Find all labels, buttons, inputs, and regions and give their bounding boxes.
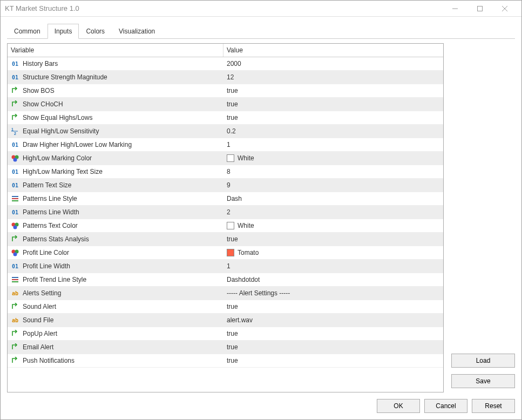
load-button[interactable]: Load [451, 354, 515, 368]
variable-cell: Profit Line Color [8, 246, 223, 259]
value-cell[interactable]: true [223, 301, 443, 313]
variable-label: Email Alert [23, 343, 53, 351]
table-row[interactable]: 01History Bars2000 [8, 57, 443, 71]
table-row[interactable]: 01Pattern Text Size9 [8, 179, 443, 192]
arrow-icon [11, 329, 19, 338]
table-row[interactable]: High/Low Marking ColorWhite [8, 152, 443, 165]
variable-label: Show BOS [23, 87, 55, 94]
table-row[interactable]: 01Patterns Line Width2 [8, 206, 443, 219]
value-cell[interactable]: White [223, 220, 443, 232]
tab-inputs[interactable]: Inputs [48, 24, 79, 39]
integer-icon: 01 [11, 167, 19, 176]
table-row[interactable]: Show BOStrue [8, 84, 443, 98]
close-button[interactable] [492, 1, 517, 16]
titlebar: KT Market Structure 1.0 [1, 1, 521, 17]
header-value[interactable]: Value [223, 44, 443, 57]
variable-cell: PopUp Alert [8, 327, 223, 340]
table-row[interactable]: 01High/Low Marking Text Size8 [8, 165, 443, 179]
variable-cell: Show Equal Highs/Lows [8, 111, 223, 124]
save-button[interactable]: Save [451, 374, 515, 388]
header-variable[interactable]: Variable [8, 44, 223, 57]
color-icon [11, 248, 19, 257]
value-cell[interactable]: Tomato [223, 247, 443, 259]
tab-colors[interactable]: Colors [79, 24, 112, 39]
reset-button[interactable]: Reset [472, 399, 515, 413]
linestyle-icon [11, 194, 19, 203]
value-cell[interactable]: alert.wav [223, 314, 443, 326]
value-text: 9 [227, 181, 231, 189]
color-swatch [227, 222, 234, 229]
value-text: White [238, 154, 254, 162]
variable-cell: Profit Trend Line Style [8, 273, 223, 286]
value-cell[interactable]: true [223, 98, 443, 110]
table-row[interactable]: Profit Line ColorTomato [8, 246, 443, 260]
table-row[interactable]: abSound Filealert.wav [8, 314, 443, 327]
integer-icon: 01 [11, 262, 19, 270]
table-row[interactable]: Profit Trend Line StyleDashdotdot [8, 273, 443, 287]
table-row[interactable]: abAlerts Setting----- Alert Settings ---… [8, 287, 443, 300]
variable-cell: abSound File [8, 314, 223, 327]
variable-cell: Patterns Stats Analysis [8, 233, 223, 246]
ok-button[interactable]: OK [377, 399, 420, 413]
table-row[interactable]: 01Draw Higher High/Lower Low Marking1 [8, 138, 443, 152]
variable-label: Profit Line Color [23, 249, 69, 256]
arrow-icon [11, 235, 19, 243]
value-cell[interactable]: 2000 [223, 58, 443, 70]
value-cell[interactable]: 12 [223, 71, 443, 83]
svg-point-15 [13, 226, 17, 229]
titlebar-buttons [443, 1, 517, 16]
value-cell[interactable]: true [223, 85, 443, 97]
value-text: true [227, 100, 238, 108]
table-row[interactable]: Patterns Line StyleDash [8, 192, 443, 206]
value-cell[interactable]: 2 [223, 206, 443, 218]
variable-label: Show CHoCH [23, 100, 63, 108]
arrow-icon [11, 113, 19, 122]
value-cell[interactable]: true [223, 341, 443, 353]
table-row[interactable]: Patterns Text ColorWhite [8, 219, 443, 233]
maximize-button[interactable] [467, 1, 492, 16]
value-text: 12 [227, 73, 234, 81]
variable-label: Alerts Setting [23, 289, 61, 297]
value-cell[interactable]: 8 [223, 166, 443, 178]
cancel-button[interactable]: Cancel [424, 399, 467, 413]
value-cell[interactable]: Dash [223, 193, 443, 205]
table-row[interactable]: Email Alerttrue [8, 341, 443, 354]
variable-cell: abAlerts Setting [8, 287, 223, 300]
value-cell[interactable]: true [223, 355, 443, 367]
color-swatch [227, 249, 234, 256]
value-cell[interactable]: true [223, 328, 443, 340]
value-cell[interactable]: 9 [223, 179, 443, 191]
value-cell[interactable]: 0.2 [223, 125, 443, 137]
value-text: Dash [227, 195, 242, 202]
table-row[interactable]: 12Equal High/Low Sensitivity0.2 [8, 125, 443, 138]
table-row[interactable]: 01Structure Strength Magnitude12 [8, 71, 443, 84]
minimize-button[interactable] [443, 1, 467, 16]
svg-point-18 [13, 253, 17, 256]
table-row[interactable]: Sound Alerttrue [8, 300, 443, 314]
value-cell[interactable]: 1 [223, 260, 443, 272]
variable-cell: High/Low Marking Color [8, 152, 223, 165]
table-row[interactable]: Show CHoCHtrue [8, 98, 443, 111]
footer: OK Cancel Reset [1, 392, 521, 419]
table-row[interactable]: 01Profit Line Width1 [8, 260, 443, 273]
tab-common[interactable]: Common [7, 24, 48, 39]
value-cell[interactable]: 1 [223, 139, 443, 151]
table-row[interactable]: Push Notificationstrue [8, 354, 443, 368]
arrow-icon [11, 356, 19, 365]
value-text: White [238, 222, 254, 229]
integer-icon: 01 [11, 59, 19, 68]
value-cell[interactable]: true [223, 112, 443, 124]
value-cell[interactable]: White [223, 152, 443, 164]
value-cell[interactable]: ----- Alert Settings ----- [223, 287, 443, 299]
variable-label: Show Equal Highs/Lows [23, 114, 92, 121]
value-cell[interactable]: Dashdotdot [223, 274, 443, 286]
arrow-icon [11, 86, 19, 95]
table-row[interactable]: Patterns Stats Analysistrue [8, 233, 443, 246]
value-cell[interactable]: true [223, 233, 443, 245]
variable-cell: 01Pattern Text Size [8, 179, 223, 192]
table-row[interactable]: Show Equal Highs/Lowstrue [8, 111, 443, 125]
table-row[interactable]: PopUp Alerttrue [8, 327, 443, 341]
variable-cell: Show CHoCH [8, 98, 223, 111]
tab-visualization[interactable]: Visualization [112, 24, 162, 39]
content-row: Variable Value 01History Bars200001Struc… [7, 43, 515, 392]
